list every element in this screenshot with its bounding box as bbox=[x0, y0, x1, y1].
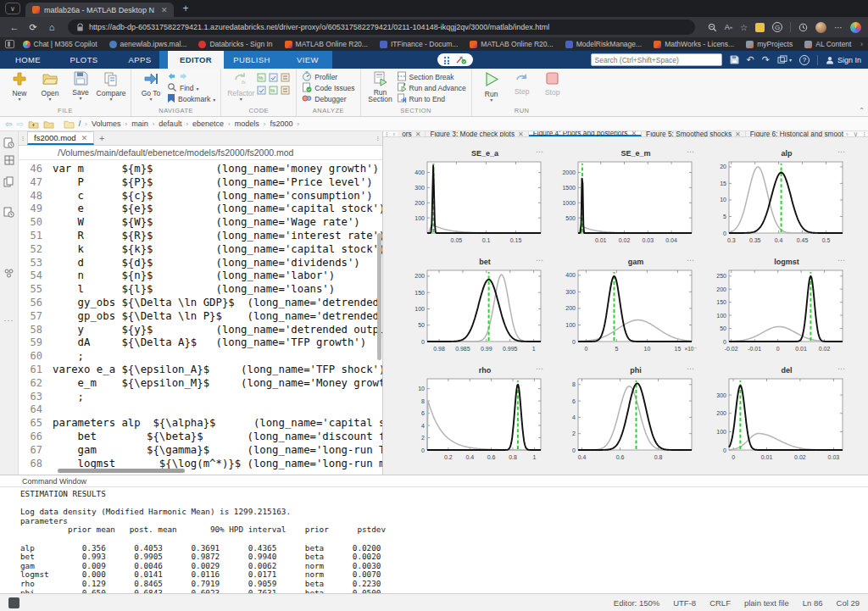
favorites-star-icon[interactable]: ☆ bbox=[740, 23, 748, 32]
bookmark-item[interactable]: myProjects bbox=[746, 40, 793, 48]
compare-panel-icon[interactable] bbox=[3, 175, 15, 188]
ribbon-tab-editor[interactable]: EDITOR bbox=[168, 51, 224, 69]
sidebar-toggle-icon[interactable] bbox=[5, 40, 14, 48]
figure-tab-close-icon[interactable]: ✕ bbox=[631, 131, 637, 136]
plot-options-icon[interactable]: ⋯ bbox=[536, 364, 544, 373]
quick-access-toolbar[interactable] bbox=[437, 53, 473, 66]
back-icon[interactable]: ← bbox=[7, 22, 22, 32]
code-line[interactable]: 66 bet ${\beta}$ (long_name='discount f bbox=[19, 430, 382, 444]
breadcrumb-back-icon[interactable]: ⇦ bbox=[5, 119, 12, 129]
run-to-end-button[interactable]: Run to End bbox=[397, 94, 466, 104]
profile-avatar[interactable] bbox=[815, 22, 826, 33]
section-break-button[interactable]: Section Break bbox=[397, 72, 466, 82]
collections-icon[interactable] bbox=[755, 23, 765, 32]
code-issues-button[interactable]: Code Issues bbox=[302, 83, 354, 93]
plot-bet[interactable]: bet⋯0.980.9850.990.9951050100150200 bbox=[402, 258, 551, 361]
plot-alp[interactable]: alp⋯0.30.350.40.450.505101520 bbox=[704, 149, 853, 253]
breadcrumb-segment[interactable]: main bbox=[131, 119, 148, 128]
new-file-tab-button[interactable]: + bbox=[94, 131, 109, 145]
code-line[interactable]: 62 e_m ${\epsilon_M}$ (long_name='Money … bbox=[19, 377, 382, 391]
bookmark-item[interactable]: aenewlab.ipws.mal... bbox=[109, 40, 187, 48]
bookmark-button[interactable]: Bookmark▾ bbox=[167, 94, 215, 104]
editor-tabbar-menu-icon[interactable]: ⁝ bbox=[376, 131, 382, 145]
bookmark-item[interactable]: ITFinance - Docum... bbox=[380, 40, 458, 48]
redo-icon[interactable]: ↷ bbox=[762, 54, 770, 65]
code-tool-icon[interactable] bbox=[281, 86, 291, 97]
bookmark-item[interactable]: MATLAB Online R20... bbox=[470, 40, 553, 48]
code-line[interactable]: 50 W ${W}$ (long_name='Wage rate') bbox=[19, 216, 382, 230]
code-line[interactable]: 65parameters alp ${\alpha}$ (long_name='… bbox=[19, 417, 382, 430]
editor-panel-icon[interactable] bbox=[3, 136, 15, 149]
code-line[interactable]: 52 k ${k}$ (long_name='capital stock') bbox=[19, 243, 382, 257]
code-line[interactable]: 56 gy_obs ${\Delta \ln GDP}$ (long_name=… bbox=[19, 297, 382, 310]
code-tools[interactable]: %% bbox=[257, 70, 291, 97]
bookmark-item[interactable]: ModelRiskManage... bbox=[565, 40, 642, 48]
breadcrumb-forward-icon[interactable]: ⇨ bbox=[16, 119, 23, 129]
home-icon[interactable]: ⌂ bbox=[44, 22, 59, 32]
command-window-output[interactable]: ESTIMATION RESULTS Log data density (Mod… bbox=[0, 487, 868, 597]
figure-tab-partial[interactable]: ors✕ bbox=[398, 131, 426, 136]
plot-SE_e_m[interactable]: SE_e_m⋯0.010.020.030.04500100015002000 bbox=[553, 149, 702, 253]
code-line[interactable]: 48 c ${c}$ (long_name='consumption') bbox=[19, 190, 382, 203]
code-tool-icon[interactable] bbox=[281, 73, 291, 84]
code-line[interactable]: 59 dA ${\Delta A}$ (long_name='TFP growt… bbox=[19, 336, 382, 350]
code-tool-icon[interactable]: % bbox=[269, 86, 279, 97]
breadcrumb[interactable]: ⇦ ⇨ /›Volumes›main›default›ebenetce›mode… bbox=[0, 117, 868, 131]
editor-vertical-scrollbar[interactable] bbox=[377, 233, 381, 360]
status-left-icon[interactable] bbox=[8, 597, 19, 608]
more-panels-icon[interactable]: ··· bbox=[3, 314, 15, 326]
figure-tabs-expand-icon[interactable]: ∨ bbox=[851, 131, 861, 136]
copilot-icon[interactable] bbox=[850, 22, 861, 33]
ribbon-tab-plots[interactable]: PLOTS bbox=[56, 51, 112, 69]
code-area[interactable]: 46var m ${m}$ (long_name='money growth')… bbox=[19, 160, 382, 475]
bookmark-item[interactable]: AL Content bbox=[804, 40, 851, 48]
collapse-toolstrip-icon[interactable]: ⌃ bbox=[859, 107, 865, 114]
plot-options-icon[interactable]: ⋯ bbox=[837, 147, 846, 156]
code-line[interactable]: 53 d ${d}$ (long_name='dividends') bbox=[19, 257, 382, 270]
plot-options-icon[interactable]: ⋯ bbox=[536, 256, 544, 264]
refactor-button[interactable]: fxRefactor▾ bbox=[226, 70, 255, 102]
debugger-button[interactable]: Debugger bbox=[302, 94, 354, 104]
plot-options-icon[interactable]: ⋯ bbox=[687, 147, 695, 156]
code-line[interactable]: 67 gam ${\gamma}$ (long_name='long-run T bbox=[19, 444, 382, 458]
figure-tab-close-icon[interactable]: ✕ bbox=[518, 131, 524, 136]
figure-panel-handle-icon[interactable]: ⁝ bbox=[383, 131, 391, 136]
refresh-icon[interactable]: ⟳ bbox=[25, 22, 41, 33]
bookmark-item[interactable]: Databricks - Sign In bbox=[198, 40, 272, 48]
ribbon-tab-view[interactable]: VIEW bbox=[280, 51, 336, 69]
run-section-button[interactable]: Run Section bbox=[366, 70, 395, 103]
grid-panel-icon[interactable] bbox=[3, 153, 15, 166]
go-to-button[interactable]: Go To▾ bbox=[136, 70, 165, 102]
tab-search-button[interactable]: ∨ bbox=[5, 3, 20, 14]
plot-options-icon[interactable]: ⋯ bbox=[536, 147, 544, 156]
breadcrumb-segment[interactable]: Volumes bbox=[92, 119, 121, 128]
code-line[interactable]: 60 ; bbox=[19, 350, 382, 364]
nav-history-buttons[interactable] bbox=[167, 72, 215, 82]
folder-up-icon[interactable] bbox=[28, 119, 39, 129]
plot-options-icon[interactable]: ⋯ bbox=[687, 364, 695, 373]
plot-options-icon[interactable]: ⋯ bbox=[837, 364, 846, 373]
code-line[interactable]: 51 R ${R}$ (long_name='interest rate') bbox=[19, 230, 382, 243]
duplicate-window-icon[interactable]: ▾ bbox=[777, 55, 792, 64]
code-line[interactable]: 63 ; bbox=[19, 391, 382, 404]
history-icon[interactable] bbox=[798, 23, 808, 32]
stop-button[interactable]: Stop bbox=[538, 70, 567, 97]
editor-tab[interactable]: fs2000.mod ✕ bbox=[27, 131, 94, 145]
help-icon[interactable]: ? bbox=[799, 55, 810, 65]
figure-tab[interactable]: Figure 5: Smoothed shocks✕ bbox=[642, 131, 746, 136]
browser-tab[interactable]: matlab26a - MATLAB Desktop N ✕ bbox=[25, 3, 174, 17]
code-line[interactable]: 61varexo e_a ${\epsilon_A}$ (long_name='… bbox=[19, 364, 382, 377]
breadcrumb-segment[interactable]: default bbox=[159, 119, 181, 128]
command-window-title[interactable]: Command Window bbox=[0, 475, 868, 487]
breadcrumb-segment[interactable]: models bbox=[235, 119, 259, 128]
address-bar[interactable]: https://adb-dp-605317582279421.1.azureda… bbox=[68, 19, 695, 35]
figure-tabs-scroll-right-icon[interactable]: › bbox=[843, 131, 851, 136]
editor-horizontal-scrollbar[interactable] bbox=[58, 469, 185, 473]
cluster-panel-icon[interactable] bbox=[3, 267, 15, 280]
read-aloud-icon[interactable]: A» bbox=[725, 23, 732, 31]
search-input[interactable] bbox=[591, 53, 722, 66]
save-icon[interactable] bbox=[730, 55, 739, 64]
new-tab-button[interactable]: + bbox=[182, 3, 188, 14]
ribbon-tab-publish[interactable]: PUBLISH bbox=[224, 51, 280, 69]
code-line[interactable]: 55 l ${l}$ (long_name='loans') bbox=[19, 283, 382, 297]
